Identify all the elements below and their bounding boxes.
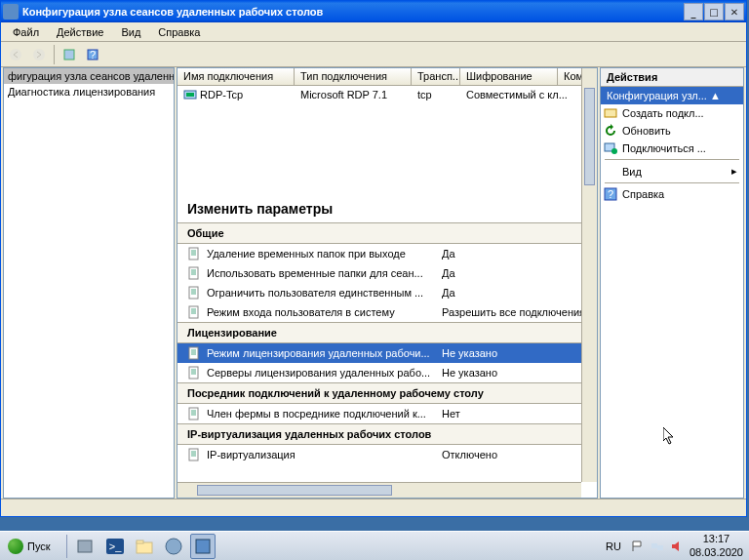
col-transport[interactable]: Трансп... <box>412 68 460 85</box>
svg-rect-11 <box>189 347 198 359</box>
doc-icon <box>187 247 201 260</box>
main-window: Конфигурация узла сеансов удаленных рабо… <box>0 0 747 517</box>
section-licensing: Лицензирование <box>177 322 597 343</box>
setting-farm-member[interactable]: Член фермы в посреднике подключений к...… <box>177 404 597 423</box>
minimize-button[interactable]: _ <box>684 3 703 20</box>
clock-time: 13:17 <box>690 533 743 545</box>
language-indicator[interactable]: RU <box>602 539 625 554</box>
svg-rect-10 <box>189 306 198 318</box>
svg-rect-23 <box>137 542 152 553</box>
refresh-icon <box>604 124 617 138</box>
title-bar[interactable]: Конфигурация узла сеансов удаленных рабо… <box>1 1 746 22</box>
scrollbar-vertical[interactable] <box>581 68 597 482</box>
tray-flag-icon[interactable] <box>631 540 645 553</box>
system-tray: RU 13:17 08.03.2020 <box>596 533 749 558</box>
menu-action[interactable]: Действие <box>49 24 111 40</box>
action-connect[interactable]: Подключиться ... <box>601 140 743 157</box>
taskbar-rd-config[interactable] <box>190 534 216 559</box>
setting-lic-mode[interactable]: Режим лицензирования удаленных рабочи...… <box>177 343 597 363</box>
svg-point-1 <box>33 49 45 60</box>
start-button[interactable]: Пуск <box>2 534 60 559</box>
svg-text:?: ? <box>90 49 96 60</box>
tray-network-icon[interactable] <box>650 540 664 553</box>
tree-item-config[interactable]: фигурация узла сеансов удаленны <box>4 68 174 84</box>
tree-pane[interactable]: фигурация узла сеансов удаленны Диагност… <box>3 67 175 499</box>
connection-icon <box>183 88 197 101</box>
col-type[interactable]: Тип подключения <box>295 68 412 85</box>
taskbar[interactable]: Пуск >_ RU 13:17 08.03.2020 <box>0 531 749 560</box>
content-area: фигурация узла сеансов удаленны Диагност… <box>1 67 746 499</box>
clock-date: 08.03.2020 <box>690 546 743 559</box>
svg-rect-13 <box>189 408 198 420</box>
svg-rect-7 <box>189 248 198 260</box>
action-refresh[interactable]: Обновить <box>601 122 743 140</box>
svg-point-25 <box>166 539 181 554</box>
setting-temp-delete[interactable]: Удаление временных папок при выходе Да <box>177 244 597 263</box>
svg-rect-14 <box>189 449 198 460</box>
doc-icon <box>187 305 201 319</box>
taskbar-explorer[interactable] <box>132 534 157 559</box>
forward-button <box>28 44 50 65</box>
actions-pane: Действия Конфигурация узл... ▲ Создать п… <box>600 67 744 499</box>
conn-encryption: Совместимый с кл... <box>460 88 577 101</box>
section-broker: Посредник подключений к удаленному рабоч… <box>177 382 597 404</box>
conn-transport: tcp <box>412 88 460 101</box>
help-toolbar-button[interactable]: ? <box>82 44 103 65</box>
svg-rect-15 <box>605 109 616 117</box>
svg-rect-24 <box>137 540 143 543</box>
doc-icon <box>187 346 201 360</box>
action-toolbar-button[interactable] <box>59 44 80 65</box>
help-icon: ? <box>604 187 617 201</box>
svg-rect-20 <box>78 540 92 552</box>
setting-logon-mode[interactable]: Режим входа пользователя в систему Разре… <box>177 302 597 322</box>
action-view[interactable]: Вид ▸ <box>601 162 743 180</box>
window-title: Конфигурация узла сеансов удаленных рабо… <box>22 6 684 18</box>
doc-icon <box>187 407 201 420</box>
app-icon <box>3 4 19 20</box>
svg-rect-26 <box>196 540 210 553</box>
doc-icon <box>187 448 201 461</box>
settings-title: Изменить параметры <box>177 103 597 222</box>
svg-rect-28 <box>657 545 663 550</box>
doc-icon <box>187 266 201 280</box>
close-button[interactable]: ✕ <box>725 3 744 20</box>
scrollbar-horizontal[interactable] <box>177 482 581 498</box>
svg-text:?: ? <box>608 188 613 200</box>
svg-text:>_: >_ <box>108 540 121 552</box>
doc-icon <box>187 286 201 300</box>
new-connection-icon <box>604 106 617 120</box>
svg-rect-12 <box>189 367 198 379</box>
conn-type: Microsoft RDP 7.1 <box>295 88 412 101</box>
tree-item-licensing[interactable]: Диагностика лицензирования <box>4 84 174 100</box>
clock[interactable]: 13:17 08.03.2020 <box>690 533 743 558</box>
setting-temp-use[interactable]: Использовать временные папки для сеан...… <box>177 263 597 283</box>
taskbar-app1[interactable] <box>161 534 186 559</box>
menu-help[interactable]: Справка <box>150 24 208 40</box>
svg-rect-9 <box>189 287 198 299</box>
svg-rect-2 <box>64 50 74 60</box>
main-pane: Имя подключения Тип подключения Трансп..… <box>177 67 598 499</box>
column-headers: Имя подключения Тип подключения Трансп..… <box>177 68 597 86</box>
chevron-right-icon: ▸ <box>731 165 737 178</box>
status-bar <box>1 499 746 516</box>
menu-view[interactable]: Вид <box>113 24 148 40</box>
maximize-button[interactable]: □ <box>704 3 724 20</box>
tray-sound-icon[interactable] <box>670 540 684 553</box>
connection-row[interactable]: RDP-Tcp Microsoft RDP 7.1 tcp Совместимы… <box>177 86 597 103</box>
setting-single-session[interactable]: Ограничить пользователя единственным ...… <box>177 283 597 302</box>
svg-rect-6 <box>186 93 194 97</box>
actions-subtitle[interactable]: Конфигурация узл... ▲ <box>601 87 743 104</box>
taskbar-server-manager[interactable] <box>73 534 99 559</box>
action-create-connection[interactable]: Создать подкл... <box>601 104 743 122</box>
setting-lic-servers[interactable]: Серверы лицензирования удаленных рабо...… <box>177 363 597 382</box>
toolbar: ? <box>1 42 746 67</box>
setting-ip-virt[interactable]: IP-виртуализация Отключено <box>177 445 597 464</box>
taskbar-powershell[interactable]: >_ <box>102 534 128 559</box>
menu-file[interactable]: Файл <box>5 24 47 40</box>
col-name[interactable]: Имя подключения <box>177 68 295 85</box>
svg-rect-8 <box>189 267 198 279</box>
section-general: Общие <box>177 222 597 244</box>
connect-icon <box>604 141 617 155</box>
action-help[interactable]: ? Справка <box>601 185 743 203</box>
col-encryption[interactable]: Шифрование <box>460 68 558 85</box>
